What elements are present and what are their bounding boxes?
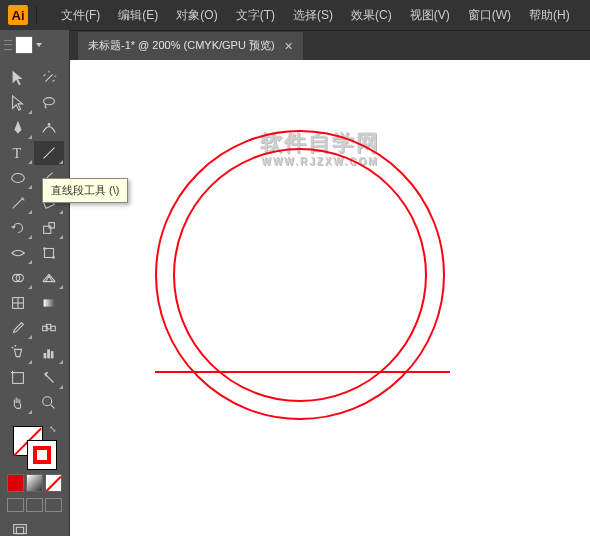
eyedropper-tool[interactable]: [3, 316, 33, 340]
gradient-tool[interactable]: [34, 291, 64, 315]
draw-behind-icon[interactable]: [26, 498, 43, 512]
svg-rect-6: [44, 226, 51, 233]
svg-rect-18: [51, 326, 56, 331]
menu-type[interactable]: 文字(T): [228, 3, 283, 28]
curvature-tool[interactable]: [34, 116, 64, 140]
svg-point-10: [52, 256, 55, 259]
chevron-down-icon[interactable]: [36, 43, 42, 47]
color-mode-gradient[interactable]: [26, 474, 43, 492]
type-tool[interactable]: T: [3, 141, 33, 165]
toolbox-panel: T: [0, 60, 70, 536]
mesh-tool[interactable]: [3, 291, 33, 315]
magic-wand-tool[interactable]: [34, 66, 64, 90]
svg-point-20: [12, 347, 14, 349]
svg-point-9: [43, 247, 46, 250]
app-header: Ai 文件(F) 编辑(E) 对象(O) 文字(T) 选择(S) 效果(C) 视…: [0, 0, 590, 30]
shaper-tool[interactable]: [3, 191, 33, 215]
rotate-tool[interactable]: [3, 216, 33, 240]
menu-edit[interactable]: 编辑(E): [110, 3, 166, 28]
menu-window[interactable]: 窗口(W): [460, 3, 519, 28]
draw-inside-icon[interactable]: [45, 498, 62, 512]
svg-point-21: [14, 345, 16, 347]
svg-point-33: [174, 149, 426, 401]
document-tab-bar: 未标题-1* @ 200% (CMYK/GPU 预览) ×: [0, 30, 590, 60]
menu-bar: 文件(F) 编辑(E) 对象(O) 文字(T) 选择(S) 效果(C) 视图(V…: [53, 3, 578, 28]
menu-object[interactable]: 对象(O): [168, 3, 225, 28]
tool-tooltip: 直线段工具 (\): [42, 178, 128, 203]
symbol-sprayer-tool[interactable]: [3, 341, 33, 365]
svg-point-32: [156, 131, 444, 419]
slice-tool[interactable]: [34, 366, 64, 390]
column-graph-tool[interactable]: [34, 341, 64, 365]
width-tool[interactable]: [3, 241, 33, 265]
panel-grip-icon[interactable]: [4, 38, 12, 52]
svg-rect-22: [44, 353, 47, 358]
svg-point-1: [48, 123, 51, 126]
svg-point-28: [43, 397, 52, 406]
ellipse-tool[interactable]: [3, 166, 33, 190]
svg-rect-25: [13, 373, 24, 384]
scale-tool[interactable]: [34, 216, 64, 240]
document-tab[interactable]: 未标题-1* @ 200% (CMYK/GPU 预览) ×: [78, 32, 303, 60]
canvas[interactable]: 软件自学网 WWW.RJZXW.COM: [70, 60, 590, 536]
lasso-tool[interactable]: [34, 91, 64, 115]
menu-file[interactable]: 文件(F): [53, 3, 108, 28]
control-bar: [0, 30, 70, 60]
svg-rect-31: [16, 527, 23, 533]
app-logo-icon: Ai: [8, 5, 28, 25]
zoom-tool[interactable]: [34, 391, 64, 415]
document-tab-title: 未标题-1* @ 200% (CMYK/GPU 预览): [88, 38, 275, 53]
line-segment-tool[interactable]: [34, 141, 64, 165]
perspective-grid-tool[interactable]: [34, 266, 64, 290]
menu-help[interactable]: 帮助(H): [521, 3, 578, 28]
svg-rect-23: [47, 349, 50, 358]
screen-mode-button[interactable]: [5, 518, 35, 536]
control-fill-swatch[interactable]: [15, 36, 33, 54]
stroke-color-swatch[interactable]: [27, 440, 57, 470]
hand-tool[interactable]: [3, 391, 33, 415]
menu-view[interactable]: 视图(V): [402, 3, 458, 28]
svg-text:T: T: [13, 145, 22, 161]
color-controls: ⤡: [3, 420, 66, 536]
svg-rect-24: [51, 351, 54, 358]
svg-rect-8: [45, 249, 54, 258]
artwork: [70, 60, 590, 536]
svg-rect-7: [49, 223, 54, 228]
draw-normal-icon[interactable]: [7, 498, 24, 512]
shape-builder-tool[interactable]: [3, 266, 33, 290]
pen-tool[interactable]: [3, 116, 33, 140]
svg-point-4: [12, 174, 25, 183]
free-transform-tool[interactable]: [34, 241, 64, 265]
menu-select[interactable]: 选择(S): [285, 3, 341, 28]
direct-selection-tool[interactable]: [3, 91, 33, 115]
blend-tool[interactable]: [34, 316, 64, 340]
svg-rect-30: [14, 525, 27, 534]
artboard-tool[interactable]: [3, 366, 33, 390]
color-mode-none[interactable]: [45, 474, 62, 492]
close-icon[interactable]: ×: [285, 38, 293, 54]
svg-line-3: [44, 148, 55, 159]
selection-tool[interactable]: [3, 66, 33, 90]
svg-line-29: [51, 405, 55, 409]
menu-effect[interactable]: 效果(C): [343, 3, 400, 28]
svg-rect-16: [44, 299, 55, 306]
swap-colors-icon[interactable]: ⤡: [49, 424, 57, 434]
color-mode-solid[interactable]: [7, 474, 24, 492]
svg-point-0: [44, 98, 55, 105]
